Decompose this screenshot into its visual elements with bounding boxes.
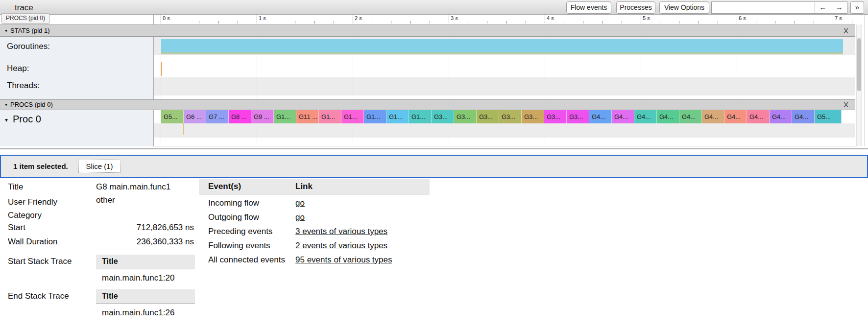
procs-section-header[interactable]: ▾PROCS (pid 0) X	[0, 99, 855, 110]
ruler-tick-label: 0 s	[163, 15, 170, 21]
trace-slice[interactable]: G4...	[747, 110, 770, 123]
event-row: Outgoing flow go	[199, 210, 430, 224]
close-icon[interactable]: X	[844, 25, 848, 36]
find-previous-button[interactable]: ←	[815, 2, 831, 13]
scrollbar-thumb[interactable]	[857, 38, 861, 91]
ruler-minor-tick	[468, 21, 468, 24]
event-row: Following events 2 events of various typ…	[199, 238, 430, 253]
collapse-triangle-icon: ▾	[5, 117, 8, 123]
trace-slice[interactable]: G11 ...	[296, 110, 319, 123]
ruler-minor-tick	[775, 21, 775, 24]
ruler-tick-label: 3 s	[451, 15, 458, 21]
trace-slice[interactable]: G5...	[815, 110, 842, 123]
hover-tooltip: PROCS (pid 0)	[1, 13, 49, 24]
trace-slice[interactable]: G1...	[341, 110, 364, 123]
search-input[interactable]	[712, 2, 815, 13]
procs-section-title: PROCS (pid 0)	[10, 101, 53, 108]
stack-table-header: Title	[96, 255, 195, 269]
ruler-minor-tick	[276, 21, 276, 24]
proc0-track-label[interactable]: ▾Proc 0	[5, 114, 41, 125]
events-table: Event(s) Link Incoming flow go Outgoing …	[199, 179, 430, 267]
events-table-header: Event(s) Link	[199, 179, 430, 194]
ruler-minor-tick	[391, 21, 391, 24]
more-tools-button[interactable]: »	[850, 1, 864, 14]
trace-slice[interactable]: G1...	[364, 110, 386, 123]
trace-slice[interactable]: G8 ...	[229, 110, 251, 123]
ruler-tick-label: 6 s	[739, 15, 746, 21]
ruler-minor-tick	[199, 21, 199, 24]
close-icon[interactable]: X	[844, 100, 848, 110]
trace-slice[interactable]: G3...	[567, 110, 589, 123]
incoming-flow-link[interactable]: go	[295, 196, 305, 210]
tab-slice[interactable]: Slice (1)	[78, 160, 121, 173]
ruler-tick	[353, 15, 353, 24]
trace-slice[interactable]: G4...	[724, 110, 747, 123]
following-events-link[interactable]: 2 events of various types	[295, 238, 387, 253]
pane-splitter[interactable]	[0, 148, 868, 149]
trace-slice[interactable]: G4...	[612, 110, 634, 123]
heap-label: Heap:	[7, 64, 29, 73]
ruler-minor-tick	[795, 21, 795, 24]
trace-slice[interactable]: G9 ...	[251, 110, 274, 123]
trace-slice[interactable]: G6 ...	[184, 110, 206, 123]
trace-slice[interactable]: G4...	[589, 110, 612, 123]
stats-section-title: STATS (pid 1)	[10, 27, 49, 34]
ruler-minor-tick	[314, 21, 315, 24]
trace-slice[interactable]: G3...	[499, 110, 522, 123]
ruler-minor-tick	[679, 21, 679, 24]
trace-slice[interactable]: G5...	[161, 110, 184, 123]
ruler-minor-tick	[487, 21, 487, 24]
flow-events-button[interactable]: Flow events	[566, 1, 611, 14]
trace-slice[interactable]: G1...	[386, 110, 409, 123]
trace-slice[interactable]: G4...	[792, 110, 815, 123]
start-stack-table: Title main.main.func1:20	[96, 255, 195, 284]
ruler-minor-tick	[603, 21, 603, 24]
trace-slice[interactable]: G3...	[454, 110, 477, 123]
trace-slice[interactable]: G7 ...	[206, 110, 229, 123]
find-next-button[interactable]: →	[831, 2, 847, 13]
processes-button[interactable]: Processes	[616, 1, 655, 14]
trace-slice[interactable]: G1...	[409, 110, 432, 123]
end-stack-table: Title main.main.func1:26	[96, 289, 195, 319]
trace-slice[interactable]: G3...	[432, 110, 454, 123]
vertical-scrollbar[interactable]	[856, 24, 862, 146]
stats-section-header[interactable]: ▾STATS (pid 1) X	[0, 24, 855, 37]
ruler-minor-tick	[430, 21, 430, 24]
proc0-label-text: Proc 0	[13, 114, 41, 124]
trace-slice[interactable]: G4...	[657, 110, 679, 123]
trace-slice[interactable]: G1...	[274, 110, 296, 123]
timeline-pane: 0 s1 s2 s3 s4 s5 s6 s7 s ▾STATS (pid 1) …	[0, 15, 868, 146]
ruler-tick	[737, 15, 737, 24]
detail-label-start: Start	[8, 223, 25, 233]
ruler-tick-label: 5 s	[643, 15, 650, 21]
ruler: 0 s1 s2 s3 s4 s5 s6 s7 s	[0, 15, 868, 24]
ruler-minor-tick	[506, 21, 507, 24]
goroutines-label: Goroutines:	[7, 42, 50, 51]
trace-slice[interactable]: G3...	[522, 110, 544, 123]
event-row: Incoming flow go	[199, 196, 430, 210]
preceding-events-link[interactable]: 3 events of various types	[295, 224, 387, 238]
trace-slice[interactable]: G4...	[634, 110, 657, 123]
trace-slice[interactable]: G3...	[544, 110, 567, 123]
events-header-link: Link	[295, 182, 313, 191]
trace-slice[interactable]: G1...	[319, 110, 341, 123]
selection-tab-bar: 1 item selected. Slice (1)	[0, 155, 868, 178]
goroutines-counter-bar[interactable]	[161, 39, 843, 52]
ruler-minor-tick	[180, 21, 180, 24]
all-connected-events-link[interactable]: 95 events of various types	[295, 253, 392, 267]
outgoing-flow-link[interactable]: go	[295, 210, 305, 224]
proc0-marker-line	[183, 123, 184, 135]
trace-slice[interactable]: G4...	[679, 110, 702, 123]
detail-label-wall-duration: Wall Duration	[8, 237, 57, 247]
proc0-slices: G5...G6 ...G7 ...G8 ...G9 ...G1...G11 ..…	[161, 110, 842, 123]
trace-slice[interactable]: G3...	[477, 110, 499, 123]
ruler-tick-label: 1 s	[259, 15, 266, 21]
view-options-button[interactable]: View Options	[659, 1, 709, 14]
ruler-minor-tick	[718, 21, 718, 24]
trace-slice[interactable]: G4...	[702, 110, 724, 123]
trace-slice[interactable]: G4...	[770, 110, 792, 123]
stack-frame: main.main.func1:20	[96, 269, 195, 284]
ruler-minor-tick	[756, 21, 756, 24]
heap-counter-tick	[161, 62, 162, 76]
ruler-minor-tick	[334, 21, 334, 24]
